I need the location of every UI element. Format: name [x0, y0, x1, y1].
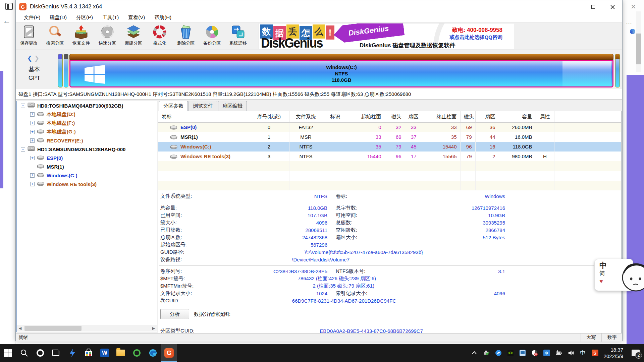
tray-battery[interactable]: [553, 344, 565, 362]
sidebar-item-windows-re-tools-3-[interactable]: +Windows RE tools(3): [17, 180, 157, 188]
backup-partition-button[interactable]: 备份分区: [199, 22, 225, 49]
sidebar-item-hd0-toshibamq04abf100-932gb-[interactable]: −HD0:TOSHIBAMQ04ABF100(932GB): [17, 101, 157, 110]
taskbar-diskgenius-button[interactable]: G: [161, 344, 177, 362]
sidebar-item--d-[interactable]: +本地磁盘(D:): [17, 110, 157, 119]
next-disk-icon[interactable]: ❯: [34, 55, 39, 62]
details-value: 512 Bytes: [420, 235, 505, 240]
scrollbar-thumb[interactable]: [636, 34, 641, 64]
tab-1[interactable]: 浏览文件: [189, 101, 217, 111]
table-cell: 3: [249, 152, 289, 161]
analyze-button[interactable]: 分析: [160, 309, 189, 319]
collapse-icon[interactable]: −: [21, 104, 25, 108]
sidebar-toggle-icon[interactable]: [5, 3, 13, 10]
word-icon: W: [100, 349, 109, 357]
table-row[interactable]: Windows RE tools(3)3NTFS1544096171556579…: [158, 152, 621, 161]
tray-printer[interactable]: [480, 344, 492, 362]
expand-icon[interactable]: +: [30, 173, 35, 178]
banner-qq-link[interactable]: 或点击此处选择QQ咨询: [449, 34, 502, 41]
sidebar-item-msr-1-[interactable]: MSR(1): [17, 162, 157, 171]
expand-icon[interactable]: +: [30, 112, 35, 117]
start-button[interactable]: [0, 344, 16, 362]
sidebar-item-recovery-e-[interactable]: +RECOVERY(E:): [17, 136, 157, 145]
tray-volume[interactable]: [565, 344, 577, 362]
collapse-icon[interactable]: −: [21, 147, 25, 152]
windows-c-partition-bar[interactable]: Windows(C:) NTFS 118.0GB: [69, 60, 613, 87]
close-button[interactable]: [603, 0, 622, 13]
tray-snowflake-app[interactable]: ❄: [541, 344, 553, 362]
sidebar-item--g-[interactable]: +本地磁盘(G:): [17, 127, 157, 136]
tray-expand-button[interactable]: [468, 344, 480, 362]
sidebar-item--f-[interactable]: +本地磁盘(F:): [17, 119, 157, 127]
menu-item-1[interactable]: 磁盘(D): [45, 13, 71, 22]
menu-item-3[interactable]: 工具(T): [98, 13, 123, 22]
search-partition-button[interactable]: 搜索分区: [42, 22, 68, 49]
pinned-app-explorer[interactable]: [113, 344, 129, 362]
expand-icon[interactable]: +: [30, 121, 35, 125]
msr-partition-bar[interactable]: [64, 54, 68, 87]
delete-partition-button[interactable]: 删除分区: [173, 22, 199, 49]
tray-defender[interactable]: [529, 344, 541, 362]
quick-partition-button[interactable]: 快速分区: [94, 22, 120, 49]
diskgenius-window: G DiskGenius V5.4.3.1342 x64 文件(F)磁盘(D)分…: [15, 0, 623, 341]
sidebar-item-esp-0-[interactable]: +ESP(0): [17, 154, 157, 162]
expand-icon[interactable]: +: [30, 138, 35, 143]
expand-icon[interactable]: +: [30, 182, 35, 186]
new-partition-button[interactable]: 新建分区: [120, 22, 147, 49]
sidebar-item-hd1-samsungmznln128hahq-000[interactable]: −HD1:SAMSUNGMZNLN128HAHQ-000: [17, 145, 157, 154]
background-scrollbar[interactable]: [636, 11, 641, 72]
menu-item-0[interactable]: 文件(F): [19, 13, 45, 22]
taskbar-clock[interactable]: 18:37 2022/5/9: [601, 347, 627, 359]
maximize-button[interactable]: [583, 0, 603, 13]
recovery-partition-bar[interactable]: [615, 54, 620, 87]
notification-center-button[interactable]: 2: [627, 344, 644, 362]
tray-sogou[interactable]: S: [589, 344, 601, 362]
tray-nvidia[interactable]: [504, 344, 517, 362]
menu-item-4[interactable]: 查看(V): [123, 13, 150, 22]
tree-horizontal-scrollbar[interactable]: ◀▶: [17, 325, 157, 331]
background-window-left: ←: [0, 0, 15, 344]
partition-icon: [170, 144, 178, 149]
partition-filesystem: NTFS: [335, 70, 348, 77]
pinned-app-browser[interactable]: [129, 344, 145, 362]
table-row[interactable]: MSR(1)1MSR33693735794416.0MB: [158, 132, 621, 142]
tab-2[interactable]: 扇区编辑: [218, 101, 247, 111]
tray-messenger[interactable]: [492, 344, 504, 362]
tray-intel-graphics[interactable]: [517, 344, 529, 362]
details-row: 已用簇数:28068511空闲簇数:2866784: [158, 226, 621, 234]
pinned-app-edge[interactable]: [145, 344, 161, 362]
pinned-app-lightning[interactable]: [64, 344, 80, 362]
overflow-menu-icon[interactable]: ⋯: [626, 19, 632, 27]
cortana-button[interactable]: [32, 344, 48, 362]
format-button[interactable]: 格式化: [147, 22, 173, 49]
pinned-app-word[interactable]: W: [97, 344, 113, 362]
sidebar-item-windows-c-[interactable]: +Windows(C:): [17, 171, 157, 180]
expand-icon[interactable]: +: [30, 130, 35, 134]
system-migrate-button[interactable]: 系统迁移: [225, 22, 251, 49]
tree-item-label: 本地磁盘(G:): [47, 129, 76, 135]
task-view-button[interactable]: [48, 344, 64, 362]
back-arrow-icon[interactable]: ←: [3, 16, 11, 25]
background-close-icon[interactable]: ✕: [631, 3, 636, 11]
scroll-right-icon[interactable]: ▶: [151, 325, 157, 331]
tab-0[interactable]: 分区参数: [159, 101, 188, 111]
background-purple-area: [627, 75, 644, 344]
save-changes-button[interactable]: 保存更改: [16, 22, 42, 49]
menu-item-5[interactable]: 帮助(H): [150, 13, 176, 22]
table-row[interactable]: ESP(0)0FAT3203233336936260.0MB: [158, 122, 621, 132]
promo-banner[interactable]: 数据丢怎么! DiskGenius DiskGenius 致电: 400-008…: [259, 23, 514, 49]
pinned-app-store[interactable]: [80, 344, 97, 362]
new-partition-icon: [126, 24, 141, 39]
minimize-button[interactable]: [564, 0, 583, 13]
scrollbar-thumb[interactable]: [24, 326, 82, 331]
esp-partition-bar[interactable]: [58, 54, 63, 87]
taskbar-search-button[interactable]: [16, 344, 32, 362]
banner-tile: !: [326, 25, 334, 40]
prev-disk-icon[interactable]: ❮: [27, 55, 32, 62]
scroll-left-icon[interactable]: ◀: [17, 325, 23, 331]
menu-item-2[interactable]: 分区(P): [71, 13, 98, 22]
tray-ime-indicator[interactable]: 中: [577, 344, 589, 362]
recover-files-button[interactable]: 恢复文件: [68, 22, 94, 49]
tree-item-label: HD1:SAMSUNGMZNLN128HAHQ-000: [37, 146, 125, 152]
expand-icon[interactable]: +: [30, 156, 35, 160]
table-row[interactable]: Windows(C:)2NTFS357945154409616118.0GB: [158, 142, 621, 152]
